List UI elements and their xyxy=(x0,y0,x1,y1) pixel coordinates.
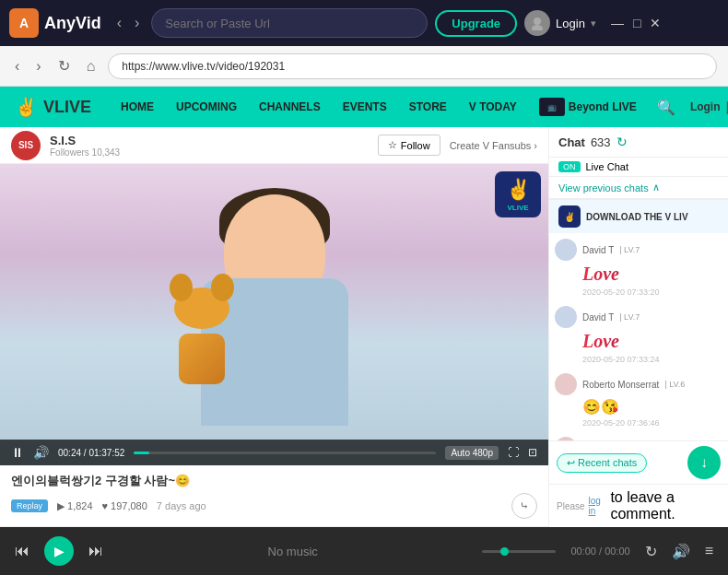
chat-user-row: David T | LV.7 xyxy=(555,306,722,328)
chat-user-row: David T | LV.7 xyxy=(555,239,722,261)
video-progress-fill xyxy=(134,452,148,454)
channel-name: S.I.S xyxy=(50,134,369,147)
login-button[interactable]: Login xyxy=(556,17,585,30)
pause-button[interactable]: ⏸ xyxy=(11,445,24,460)
nav-item-events[interactable]: EVENTS xyxy=(332,87,398,127)
chat-refresh-icon[interactable]: ↻ xyxy=(616,135,628,149)
browser-home-button[interactable]: ⌂ xyxy=(83,56,100,76)
nav-item-vtoday[interactable]: V TODAY xyxy=(458,87,528,127)
nav-search-icon[interactable]: 🔍 xyxy=(648,99,685,116)
url-box[interactable]: https://www.vlive.tv/video/192031 xyxy=(108,53,717,79)
live-badge: ON xyxy=(558,161,581,172)
prev-track-button[interactable]: ⏮ xyxy=(15,543,29,559)
queue-button[interactable]: ≡ xyxy=(705,543,713,559)
chevron-up-icon: ∧ xyxy=(652,182,660,194)
chat-message: David T | LV.7 Love 2020-05-20 07:33:20 xyxy=(555,239,722,297)
chat-user-row: Roberto Monserrat | LV.6 xyxy=(555,373,722,395)
browser-refresh-button[interactable]: ↻ xyxy=(54,55,74,76)
heart-icon: ♥ xyxy=(102,500,109,511)
nav-item-channels[interactable]: CHANNELS xyxy=(248,87,332,127)
play-button[interactable]: ▶ xyxy=(44,536,74,566)
like-count: ♥ 197,080 xyxy=(102,500,147,511)
nav-item-store[interactable]: STORE xyxy=(398,87,458,127)
chat-timestamp: 2020-05-20 07:33:24 xyxy=(555,355,722,364)
nav-item-upcoming[interactable]: UPCOMING xyxy=(165,87,248,127)
chat-content: Love xyxy=(555,264,722,285)
chat-user-avatar xyxy=(555,373,577,395)
chat-input-row: Please log in to leave a comment. xyxy=(549,484,728,527)
channel-header: SIS S.I.S Followers 10,343 ☆ Follow Crea… xyxy=(0,127,548,164)
toy-character xyxy=(165,292,239,375)
chat-user-avatar xyxy=(555,239,577,261)
video-progress-bar[interactable] xyxy=(134,452,436,454)
forward-arrow-button[interactable]: › xyxy=(130,13,144,33)
vlive-v-icon: ✌ xyxy=(506,178,531,202)
chat-level: | LV.7 xyxy=(619,245,640,254)
upload-time: 7 days ago xyxy=(157,500,206,511)
chat-message: David T | LV.7 Love 2020-05-20 07:33:24 xyxy=(555,306,722,364)
vlive-overlay-text: VLIVE xyxy=(507,204,528,212)
chat-username: David T xyxy=(582,312,614,323)
nav-login-button[interactable]: Login xyxy=(685,100,726,113)
quality-selector[interactable]: Auto 480p xyxy=(445,446,499,460)
svg-point-1 xyxy=(532,25,543,30)
url-text: https://www.vlive.tv/video/192031 xyxy=(122,60,285,73)
vlive-app-icon: ✌ xyxy=(558,205,581,228)
browser-back-button[interactable]: ‹ xyxy=(11,56,23,76)
search-bar[interactable] xyxy=(151,8,428,38)
settings-icon[interactable]: ⊡ xyxy=(528,446,537,459)
play-icon: ▶ xyxy=(57,500,65,512)
logo-icon: A xyxy=(9,8,39,38)
address-bar: ‹ › ↻ ⌂ https://www.vlive.tv/video/19203… xyxy=(0,46,728,87)
browser-forward-button[interactable]: › xyxy=(32,56,44,76)
chat-mode-bar: ON Live Chat xyxy=(549,158,728,177)
volume-button[interactable]: 🔊 xyxy=(33,445,49,460)
chat-user-avatar xyxy=(555,306,577,328)
avatar xyxy=(524,10,550,36)
volume-control[interactable]: 🔊 xyxy=(672,543,690,560)
no-music-label: No music xyxy=(118,545,467,558)
toy-body xyxy=(179,334,225,384)
chat-timestamp: 2020-05-20 07:36:46 xyxy=(555,418,722,428)
chat-message: Roberto Monserrat | LV.6 😊😘 2020-05-20 0… xyxy=(555,373,722,428)
repeat-button[interactable]: ↻ xyxy=(645,543,657,560)
app-name: AnyVid xyxy=(44,14,101,33)
chat-sidebar: Chat 633 ↻ ON Live Chat View previous ch… xyxy=(548,127,728,527)
search-input[interactable] xyxy=(165,17,414,30)
chat-username: Roberto Monserrat xyxy=(582,380,659,390)
nav-item-beyond[interactable]: 📺 Beyond LIVE xyxy=(528,87,648,127)
toy-ear-right xyxy=(211,274,234,301)
back-arrow-button[interactable]: ‹ xyxy=(112,13,126,33)
maximize-button[interactable]: □ xyxy=(633,16,640,30)
avatar-area: Login ▾ xyxy=(524,10,596,36)
upgrade-button[interactable]: Upgrade xyxy=(435,10,517,37)
log-in-link[interactable]: log in xyxy=(589,496,607,516)
beyond-live-nav: 📺 Beyond LIVE xyxy=(539,98,637,116)
fullscreen-button[interactable]: ⛶ xyxy=(508,446,519,459)
toy-ear-left xyxy=(170,274,193,301)
share-button[interactable]: ⤷ xyxy=(511,493,537,519)
music-progress-bar[interactable] xyxy=(482,550,556,553)
music-progress-indicator xyxy=(500,547,509,556)
view-count: ▶ 1,824 xyxy=(57,500,93,512)
video-player: ✌ VLIVE ⏸ 🔊 00:24 / 01:37:52 Auto 480p ⛶ xyxy=(0,164,548,465)
next-track-button[interactable]: ⏭ xyxy=(88,543,103,559)
follow-button[interactable]: ☆ Follow xyxy=(378,135,440,156)
chat-level: | LV.7 xyxy=(619,312,640,322)
time-display: 00:24 / 01:37:52 xyxy=(58,448,124,458)
minimize-button[interactable]: — xyxy=(611,16,624,30)
star-icon: ☆ xyxy=(388,139,397,151)
video-thumbnail: ✌ VLIVE xyxy=(0,164,548,465)
vlive-logo: ✌ VLIVE xyxy=(15,96,91,118)
chat-emoji-content: 😊😘 xyxy=(555,398,722,416)
recent-chats-button[interactable]: ↩ Recent chats xyxy=(557,453,647,473)
create-fansubs-link[interactable]: Create V Fansubs › xyxy=(450,140,537,151)
close-button[interactable]: ✕ xyxy=(650,16,661,30)
download-fab-button[interactable]: ↓ xyxy=(687,446,721,479)
chat-header: Chat 633 ↻ xyxy=(549,127,728,158)
nav-item-home[interactable]: HOME xyxy=(110,87,165,127)
video-info-bar: 엔이의블럭쌍기2 구경할 사람~😊 Replay ▶ 1,824 ♥ 197,0… xyxy=(0,465,548,527)
chat-username: David T xyxy=(582,245,614,255)
window-controls: — □ ✕ xyxy=(611,16,661,30)
view-previous-chats-button[interactable]: View previous chats ∧ xyxy=(549,177,728,199)
